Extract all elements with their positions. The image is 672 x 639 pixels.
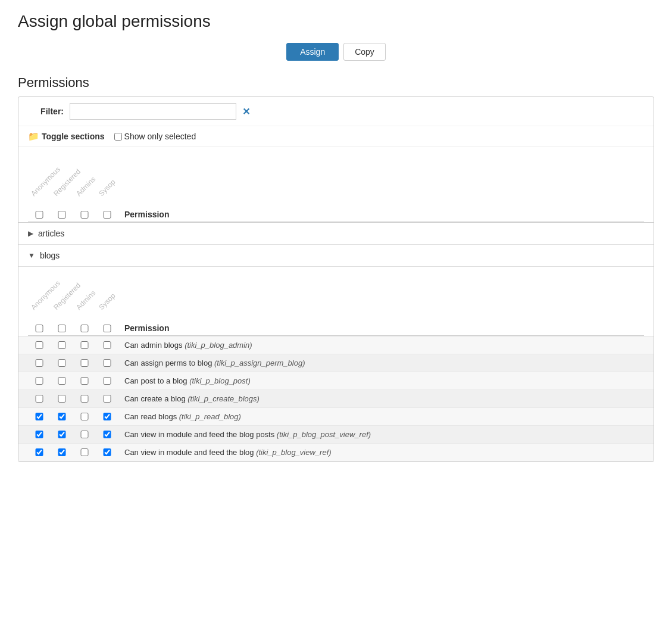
table-row: Can view in module and feed the blog pos…	[18, 426, 654, 444]
table-row: Can post to a blog (tiki_p_blog_post)	[18, 372, 654, 390]
filter-row: Filter: ✕	[18, 97, 654, 126]
permissions-container: Filter: ✕ 📁 Toggle sections Show only se…	[18, 96, 654, 462]
folder-icon: 📁	[28, 131, 39, 142]
toggle-row: 📁 Toggle sections Show only selected	[18, 126, 654, 147]
blogs-header-area: AnonymousRegisteredAdminsSysop Permissio…	[18, 267, 654, 336]
perm-checkbox-0-0[interactable]	[28, 341, 51, 349]
blogs-section-row[interactable]: ▼ blogs	[18, 245, 654, 267]
perm-checkbox-2-0[interactable]	[28, 377, 51, 385]
permission-text: Can admin blogs (tiki_p_blog_admin)	[118, 341, 644, 350]
perm-checkbox-1-3[interactable]	[96, 359, 118, 367]
perm-checkbox-4-3[interactable]	[96, 413, 118, 420]
blogs-permission-column-header: Permission	[118, 323, 169, 333]
column-header-registered: Registered	[53, 153, 76, 210]
column-header-sysop: Sysop	[98, 153, 121, 210]
header-checkbox-registered[interactable]	[51, 325, 73, 332]
table-row: Can assign perms to blog (tiki_p_assign_…	[18, 354, 654, 372]
perm-checkbox-2-2[interactable]	[73, 377, 96, 385]
page-title: Assign global permissions	[18, 12, 654, 31]
header-checkbox-sysop[interactable]	[96, 325, 118, 332]
perm-checkbox-4-2[interactable]	[73, 413, 96, 420]
perm-checkbox-5-2[interactable]	[73, 431, 96, 438]
perm-checkbox-3-1[interactable]	[51, 395, 73, 403]
perm-checkbox-2-1[interactable]	[51, 377, 73, 385]
permission-text: Can post to a blog (tiki_p_blog_post)	[118, 376, 644, 385]
header-checkbox-sysop[interactable]	[96, 211, 118, 219]
column-header-anonymous: Anonymous	[30, 267, 53, 323]
permission-column-header: Permission	[118, 210, 169, 219]
perm-checkbox-6-0[interactable]	[28, 448, 51, 456]
table-row: Can admin blogs (tiki_p_blog_admin)	[18, 336, 654, 354]
permissions-section-title: Permissions	[18, 75, 654, 91]
blogs-section-name: blogs	[40, 251, 60, 260]
blogs-permission-rows: Can admin blogs (tiki_p_blog_admin)Can a…	[18, 336, 654, 462]
permission-text: Can read blogs (tiki_p_read_blog)	[118, 412, 644, 421]
perm-checkbox-1-0[interactable]	[28, 359, 51, 367]
permission-text: Can view in module and feed the blog pos…	[118, 430, 644, 439]
column-header-anonymous: Anonymous	[30, 153, 53, 210]
perm-checkbox-0-1[interactable]	[51, 341, 73, 349]
header-checkbox-admins[interactable]	[73, 211, 96, 219]
column-header-admins: Admins	[76, 153, 98, 210]
perm-checkbox-4-1[interactable]	[51, 413, 73, 420]
table-row: Can create a blog (tiki_p_create_blogs)	[18, 390, 654, 408]
articles-section-name: articles	[38, 229, 64, 238]
perm-checkbox-0-2[interactable]	[73, 341, 96, 349]
filter-clear-button[interactable]: ✕	[242, 106, 250, 117]
header-checkbox-admins[interactable]	[73, 325, 96, 332]
filter-label: Filter:	[28, 107, 64, 116]
perm-checkbox-2-3[interactable]	[96, 377, 118, 385]
perm-checkbox-5-3[interactable]	[96, 431, 118, 438]
blogs-header-row: Permission	[28, 323, 644, 336]
column-header-registered: Registered	[53, 267, 76, 323]
table-row: Can view in module and feed the blog (ti…	[18, 444, 654, 462]
perm-checkbox-3-0[interactable]	[28, 395, 51, 403]
top-header-area: AnonymousRegisteredAdminsSysop Permissio…	[18, 147, 654, 223]
show-only-selected: Show only selected	[114, 132, 196, 141]
perm-checkbox-1-1[interactable]	[51, 359, 73, 367]
perm-checkbox-4-0[interactable]	[28, 413, 51, 420]
blogs-arrow-icon: ▼	[28, 251, 35, 260]
show-only-selected-checkbox[interactable]	[114, 133, 122, 141]
perm-checkbox-3-3[interactable]	[96, 395, 118, 403]
permission-text: Can create a blog (tiki_p_create_blogs)	[118, 394, 644, 403]
perm-checkbox-5-1[interactable]	[51, 431, 73, 438]
top-buttons-area: Assign Copy	[18, 43, 654, 61]
table-row: Can read blogs (tiki_p_read_blog)	[18, 408, 654, 426]
articles-arrow-icon: ▶	[28, 229, 33, 238]
perm-checkbox-6-3[interactable]	[96, 448, 118, 456]
header-checkbox-anonymous[interactable]	[28, 325, 51, 332]
perm-checkbox-6-2[interactable]	[73, 448, 96, 456]
perm-checkbox-1-2[interactable]	[73, 359, 96, 367]
toggle-sections-label: Toggle sections	[42, 132, 105, 141]
perm-checkbox-6-1[interactable]	[51, 448, 73, 456]
permission-text: Can view in module and feed the blog (ti…	[118, 448, 644, 457]
filter-input[interactable]	[70, 103, 236, 120]
perm-checkbox-3-2[interactable]	[73, 395, 96, 403]
toggle-sections-button[interactable]: 📁 Toggle sections	[28, 131, 105, 142]
show-only-selected-label: Show only selected	[124, 132, 196, 141]
permission-text: Can assign perms to blog (tiki_p_assign_…	[118, 359, 644, 367]
assign-button[interactable]: Assign	[286, 43, 339, 61]
articles-section-row[interactable]: ▶ articles	[18, 223, 654, 245]
header-checkbox-registered[interactable]	[51, 211, 73, 219]
column-header-admins: Admins	[76, 267, 98, 323]
perm-checkbox-5-0[interactable]	[28, 431, 51, 438]
copy-button[interactable]: Copy	[343, 43, 386, 61]
header-checkbox-anonymous[interactable]	[28, 211, 51, 219]
top-header-row: Permission	[28, 210, 644, 222]
column-header-sysop: Sysop	[98, 267, 121, 323]
perm-checkbox-0-3[interactable]	[96, 341, 118, 349]
